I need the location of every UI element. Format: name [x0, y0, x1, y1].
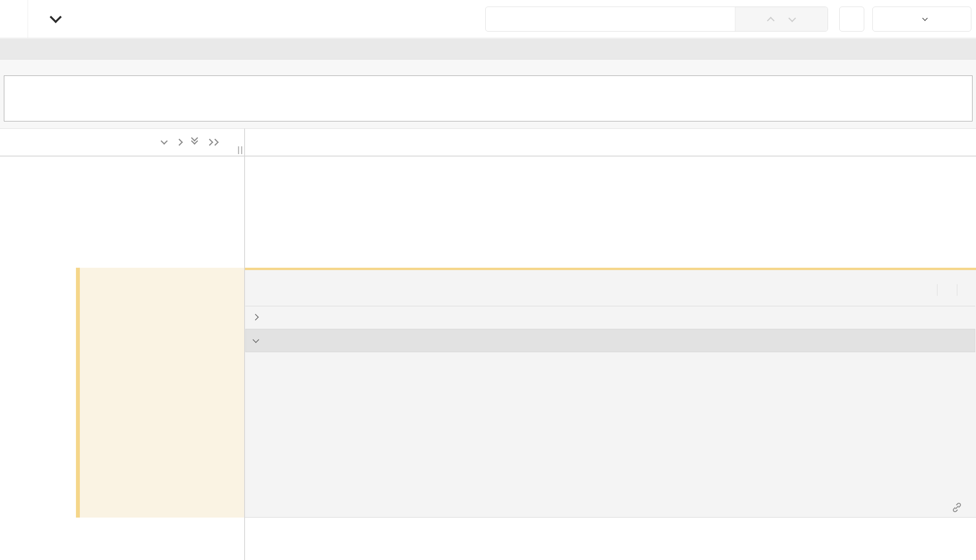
trace-minimap: [0, 59, 976, 128]
logs-collapse-chevron-icon: [253, 336, 259, 343]
collapse-trace-chevron-icon[interactable]: [49, 11, 62, 23]
meta-divider: [937, 284, 937, 296]
collapse-all-icon[interactable]: [192, 138, 197, 144]
span-detail-header: [245, 270, 976, 296]
keyboard-shortcuts-button[interactable]: [839, 7, 864, 32]
span-detail-meta: [925, 284, 969, 296]
view-selector-button[interactable]: [872, 7, 971, 32]
span-id-row: [940, 502, 963, 513]
span-rows: [0, 156, 976, 560]
app-header: [0, 0, 976, 38]
find-controls: [735, 7, 828, 31]
trace-timeline-app: [0, 0, 976, 560]
expand-one-icon[interactable]: [176, 139, 183, 146]
logs-accordion: [245, 329, 975, 352]
collapse-one-icon[interactable]: [160, 137, 167, 144]
column-divider[interactable]: [244, 128, 245, 560]
timeline-header-row: [0, 128, 976, 156]
column-resizer-handle[interactable]: [238, 146, 242, 154]
expand-all-icon[interactable]: [207, 140, 218, 145]
find-group: [485, 7, 828, 32]
next-match-icon[interactable]: [788, 14, 796, 22]
copy-link-icon[interactable]: [951, 502, 963, 513]
trace-summary-bar: [0, 39, 976, 59]
minimap-tick-labels: [4, 61, 972, 74]
selected-span-color-strip: [76, 268, 80, 518]
prev-match-icon[interactable]: [767, 17, 775, 25]
selected-span-indent-column: [76, 268, 244, 518]
tags-row[interactable]: [253, 315, 975, 319]
span-detail-panel: [245, 268, 976, 518]
find-input[interactable]: [486, 7, 735, 31]
meta-divider: [957, 284, 957, 296]
tree-controls: [162, 129, 218, 156]
timeline-tick-labels: [244, 129, 976, 156]
detail-divider: [245, 306, 975, 306]
chevron-down-icon: [922, 16, 928, 21]
back-button[interactable]: [0, 0, 28, 38]
logs-header[interactable]: [246, 329, 975, 352]
trace-title-group: [51, 0, 82, 38]
minimap-canvas[interactable]: [4, 75, 972, 121]
tags-expand-chevron-icon[interactable]: [252, 314, 259, 321]
